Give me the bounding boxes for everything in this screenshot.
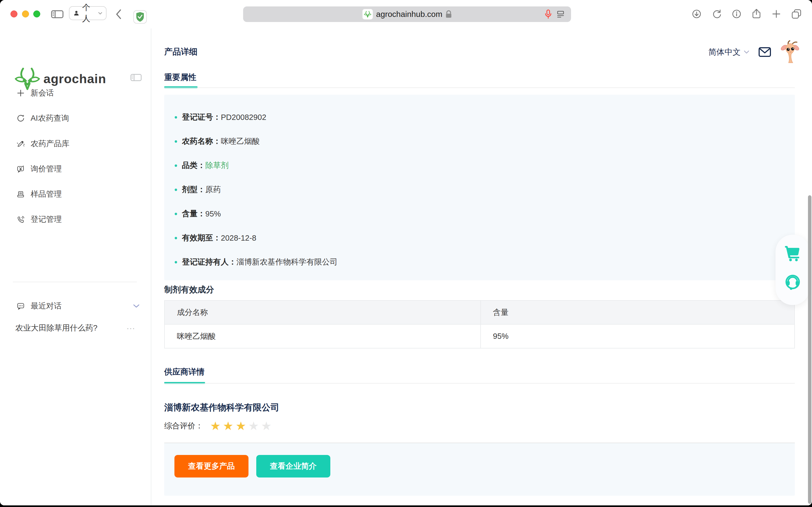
- rating-stars: ★★★★★: [210, 419, 274, 433]
- downloads-button[interactable]: [692, 9, 702, 19]
- address-url: agrochainhub.com: [376, 10, 442, 19]
- language-selector[interactable]: 简体中文: [708, 47, 749, 58]
- attributes-panel: 登记证号： PD20082902 农药名称： 咪唑乙烟酸 品类： 除草剂 剂型：…: [164, 95, 795, 280]
- table-row: 咪唑乙烟酸 95%: [164, 324, 795, 348]
- tab-rule: [164, 88, 795, 88]
- column-header-content: 含量: [481, 300, 795, 324]
- microphone-icon[interactable]: [545, 9, 552, 19]
- attribute-value: 原药: [205, 184, 221, 195]
- sidebar-item-ai-pesticide-search[interactable]: AI农药查询: [0, 109, 151, 128]
- rating-row: 综合评价： ★★★★★: [164, 419, 274, 433]
- chat-bubble-icon: [17, 302, 25, 310]
- toolbar-sidebar-toggle-icon[interactable]: [51, 10, 64, 18]
- star-icon: ★: [223, 419, 233, 433]
- conversation-title: 农业大田除草用什么药?: [15, 323, 97, 333]
- bullet-dot-icon: [175, 140, 177, 143]
- chevron-down-icon: [133, 304, 140, 308]
- plus-icon: [17, 89, 25, 97]
- sample-box-icon: [17, 190, 25, 198]
- sidebar-item-new-session[interactable]: 新会话: [0, 84, 151, 103]
- conversation-item[interactable]: 农业大田除草用什么药? …: [0, 319, 151, 337]
- site-favicon: [362, 9, 373, 19]
- attribute-label: 登记证号：: [182, 112, 221, 123]
- new-tab-button[interactable]: [772, 9, 781, 18]
- bullet-dot-icon: [175, 116, 177, 119]
- user-avatar[interactable]: [780, 40, 800, 64]
- attribute-row: 有效期至： 2028-12-8: [164, 233, 795, 243]
- adguard-extension-button[interactable]: [133, 10, 147, 23]
- customer-service-button[interactable]: [784, 274, 801, 290]
- attribute-row: 登记证持有人： 淄博新农基作物科学有限公司: [164, 257, 795, 268]
- lock-icon: [445, 10, 452, 18]
- supplier-company-name: 淄博新农基作物科学有限公司: [164, 402, 279, 414]
- attribute-label: 品类：: [182, 160, 205, 171]
- attribute-row: 剂型： 原药: [164, 184, 795, 195]
- attribute-value: 2028-12-8: [221, 234, 256, 242]
- sidebar-item-label: AI农药查询: [31, 113, 69, 124]
- attribute-row: 品类： 除草剂: [164, 160, 795, 171]
- sidebar-item-quote-management[interactable]: 询价管理: [0, 160, 151, 178]
- bullet-dot-icon: [175, 188, 177, 191]
- conversation-menu-dots[interactable]: …: [126, 321, 136, 331]
- zoom-window-button[interactable]: [33, 10, 40, 17]
- price-chat-icon: [17, 165, 25, 173]
- view-company-profile-button[interactable]: 查看企业简介: [256, 455, 330, 477]
- bullet-dot-icon: [175, 261, 177, 264]
- ingredients-table: 成分名称 含量 咪唑乙烟酸 95%: [164, 300, 795, 348]
- ingredients-heading: 制剂有效成分: [164, 284, 214, 295]
- category-link[interactable]: 除草剂: [205, 160, 229, 171]
- mail-button[interactable]: [758, 47, 771, 57]
- close-window-button[interactable]: [10, 10, 17, 17]
- bullet-dot-icon: [175, 213, 177, 215]
- minimize-window-button[interactable]: [22, 10, 29, 17]
- sidebar-item-product-library[interactable]: 农药产品库: [0, 134, 151, 153]
- floating-widget: [775, 235, 810, 305]
- language-label: 简体中文: [708, 47, 741, 58]
- attribute-label: 有效期至：: [182, 233, 221, 243]
- sidebar-item-sample-management[interactable]: 样品管理: [0, 185, 151, 204]
- shield-icon: [136, 12, 144, 22]
- pencil-sparkle-icon: [17, 140, 25, 148]
- attribute-label: 农药名称：: [182, 136, 221, 147]
- sidebar-item-label: 登记管理: [31, 214, 62, 225]
- tab-overview-button[interactable]: [791, 9, 802, 19]
- address-bar[interactable]: agrochainhub.com: [243, 6, 571, 22]
- view-more-products-button[interactable]: 查看更多产品: [174, 455, 249, 477]
- ingredient-name-cell: 咪唑乙烟酸: [164, 324, 481, 348]
- recent-conversations-header[interactable]: 最近对话: [0, 297, 151, 316]
- attribute-label: 含量：: [182, 209, 205, 219]
- sidebar-collapse-icon[interactable]: [130, 73, 142, 81]
- header-controls: 简体中文: [708, 39, 800, 65]
- tab-supplier-details[interactable]: 供应商详情: [164, 367, 205, 378]
- table-header-row: 成分名称 含量: [164, 300, 795, 324]
- page-title: 产品详细: [164, 46, 198, 57]
- star-icon: ★: [261, 419, 272, 433]
- page-info-button[interactable]: [732, 9, 742, 19]
- sidebar-item-registration-management[interactable]: 登记管理: [0, 210, 151, 229]
- browser-toolbar: 个人: [0, 0, 812, 29]
- attribute-value: 淄博新农基作物科学有限公司: [236, 257, 337, 268]
- cart-button[interactable]: [784, 245, 801, 262]
- scrollbar-thumb[interactable]: [808, 195, 811, 504]
- tab-important-attributes[interactable]: 重要属性: [164, 72, 197, 83]
- profile-button[interactable]: 个人: [69, 6, 107, 20]
- share-button[interactable]: [751, 8, 762, 19]
- phone-icon: [17, 215, 25, 223]
- attribute-label: 登记证持有人：: [182, 257, 236, 268]
- supplier-rule: [164, 383, 795, 384]
- attribute-value: PD20082902: [221, 113, 266, 122]
- bullet-dot-icon: [175, 237, 177, 239]
- agrochain-favicon-icon: [364, 11, 372, 18]
- chevron-down-icon: [98, 12, 102, 15]
- sidebar-item-label: 询价管理: [31, 164, 62, 174]
- reader-view-icon[interactable]: [556, 10, 564, 18]
- attribute-value: 95%: [205, 210, 221, 218]
- chevron-down-icon: [744, 50, 749, 54]
- recent-conversations-label: 最近对话: [31, 301, 62, 312]
- supplier-actions-panel: 查看更多产品 查看企业简介: [164, 443, 795, 496]
- ai-search-icon: [17, 114, 25, 122]
- reload-button[interactable]: [712, 9, 722, 19]
- back-button[interactable]: [115, 9, 122, 19]
- profile-label: 个人: [82, 2, 96, 24]
- star-icon: ★: [248, 419, 259, 433]
